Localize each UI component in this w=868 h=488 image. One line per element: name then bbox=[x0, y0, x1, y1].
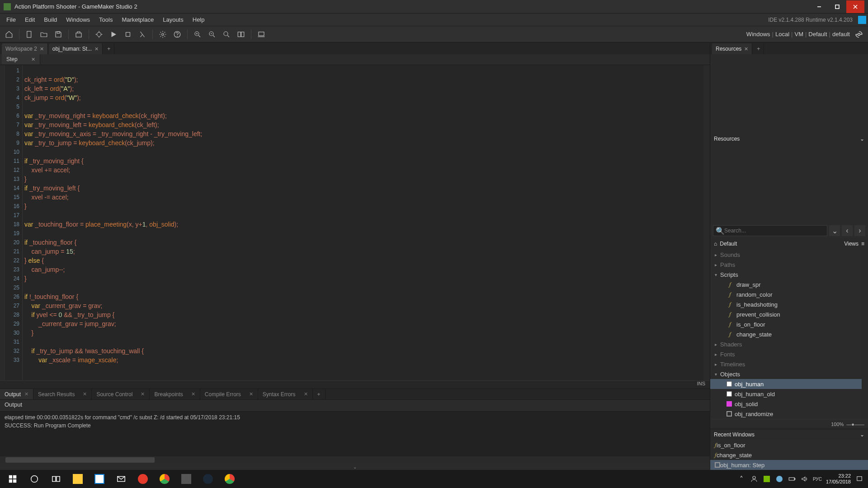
save-button[interactable] bbox=[52, 28, 65, 41]
target-selector[interactable]: Windows| Local| VM| Default| default bbox=[746, 30, 866, 39]
tree-random_color[interactable]: 𝑓random_color bbox=[710, 289, 868, 299]
help-button[interactable] bbox=[171, 28, 184, 41]
tree-objects[interactable]: ▾ Objects bbox=[710, 369, 868, 379]
minimize-button[interactable] bbox=[810, 0, 828, 13]
tree-obj_human[interactable]: obj_human bbox=[710, 379, 868, 389]
close-icon[interactable]: ✕ bbox=[24, 391, 28, 397]
zoom-out-button[interactable] bbox=[206, 28, 218, 41]
menu-help[interactable]: Help bbox=[188, 14, 209, 25]
close-icon[interactable]: ✕ bbox=[304, 391, 308, 397]
store-icon[interactable] bbox=[89, 470, 110, 488]
vertical-scrollbar[interactable] bbox=[703, 65, 710, 380]
add-panel-tab[interactable]: + bbox=[753, 43, 764, 54]
add-output-tab[interactable]: + bbox=[313, 389, 326, 399]
tree-is_headshotting[interactable]: 𝑓is_headshotting bbox=[710, 299, 868, 309]
tree-fonts[interactable]: ▸ Fonts bbox=[710, 349, 868, 359]
close-button[interactable] bbox=[846, 0, 864, 13]
add-tab-button[interactable]: + bbox=[104, 43, 114, 54]
close-icon[interactable]: ✕ bbox=[744, 46, 748, 52]
task-view-button[interactable] bbox=[45, 470, 67, 488]
create-exe-button[interactable] bbox=[72, 28, 85, 41]
zoom-reset-button[interactable] bbox=[220, 28, 233, 41]
opera-icon[interactable] bbox=[132, 470, 154, 488]
stop-button[interactable] bbox=[122, 28, 134, 41]
resource-search-input[interactable] bbox=[713, 225, 827, 236]
zoom-in-button[interactable] bbox=[191, 28, 204, 41]
output-tab-breakpoints[interactable]: Breakpoints✕ bbox=[150, 389, 200, 399]
output-tab-output[interactable]: Output✕ bbox=[0, 389, 33, 399]
tree-prevent_collision[interactable]: 𝑓prevent_collision bbox=[710, 309, 868, 319]
volume-icon[interactable] bbox=[801, 475, 809, 483]
tree-sounds[interactable]: ▸ Sounds bbox=[710, 250, 868, 260]
laptop-mode-button[interactable] bbox=[255, 28, 268, 41]
tree-scrollbar[interactable] bbox=[862, 250, 868, 419]
close-icon[interactable]: ✕ bbox=[94, 46, 99, 52]
tree-obj_human_old[interactable]: obj_human_old bbox=[710, 389, 868, 399]
menu-marketplace[interactable]: Marketplace bbox=[117, 14, 158, 25]
search-next-button[interactable]: › bbox=[854, 225, 865, 236]
close-icon[interactable]: ✕ bbox=[31, 57, 35, 62]
open-project-button[interactable] bbox=[38, 28, 50, 41]
new-project-button[interactable] bbox=[23, 28, 36, 41]
cortana-button[interactable] bbox=[24, 470, 45, 488]
weather-icon[interactable] bbox=[775, 475, 783, 483]
output-content[interactable]: elapsed time 00:00:00.0351822s for comma… bbox=[0, 411, 710, 456]
view-default-row[interactable]: ⌂Default Views≡ bbox=[710, 238, 868, 250]
nvidia-icon[interactable] bbox=[763, 475, 771, 483]
menu-file[interactable]: File bbox=[2, 14, 20, 25]
resource-tree[interactable]: ▸ Sounds▸ Paths▾ Scripts𝑓draw_spr𝑓random… bbox=[710, 250, 868, 419]
language-icon[interactable]: РУС bbox=[813, 475, 821, 483]
people-icon[interactable] bbox=[750, 475, 758, 483]
maximize-button[interactable] bbox=[828, 0, 846, 13]
code-content[interactable]: ck_right = ord("D");ck_left = ord("A");c… bbox=[23, 65, 703, 380]
recent-change_state[interactable]: 𝑓change_state bbox=[710, 450, 868, 460]
start-button[interactable] bbox=[2, 470, 24, 488]
clean-button[interactable] bbox=[136, 28, 149, 41]
chrome2-icon[interactable] bbox=[219, 470, 241, 488]
zoom-slider[interactable]: —●—— bbox=[846, 422, 864, 427]
output-tab-source-control[interactable]: Source Control✕ bbox=[92, 389, 150, 399]
clock[interactable]: 23:22 17/05/2018 bbox=[826, 473, 851, 485]
output-tab-syntax-errors[interactable]: Syntax Errors✕ bbox=[258, 389, 313, 399]
tab-step[interactable]: Step✕ bbox=[2, 54, 40, 64]
horizontal-scrollbar[interactable] bbox=[0, 456, 710, 464]
notifications-icon[interactable] bbox=[855, 475, 863, 483]
code-editor[interactable]: 1234567891011121314151617181920212223242… bbox=[0, 65, 710, 380]
tab-workspace[interactable]: Workspace 2✕ bbox=[2, 43, 48, 54]
run-button[interactable] bbox=[107, 28, 120, 41]
tree-shaders[interactable]: ▸ Shaders bbox=[710, 339, 868, 349]
menu-windows[interactable]: Windows bbox=[61, 14, 94, 25]
tree-timelines[interactable]: ▸ Timelines bbox=[710, 359, 868, 369]
tray-up-icon[interactable]: ˄ bbox=[737, 475, 745, 483]
close-icon[interactable]: ✕ bbox=[191, 391, 195, 397]
target-refresh-icon[interactable] bbox=[854, 30, 863, 39]
resources-tab[interactable]: Resources✕ bbox=[712, 43, 752, 54]
tree-draw_spr[interactable]: 𝑓draw_spr bbox=[710, 280, 868, 289]
close-icon[interactable]: ✕ bbox=[249, 391, 253, 397]
menu-tools[interactable]: Tools bbox=[94, 14, 117, 25]
menu-build[interactable]: Build bbox=[39, 14, 61, 25]
debug-button[interactable] bbox=[93, 28, 105, 41]
recent-is_on_floor[interactable]: 𝑓is_on_floor bbox=[710, 440, 868, 450]
tab-obj-human[interactable]: obj_human: St...✕ bbox=[49, 43, 103, 54]
steam-icon[interactable] bbox=[197, 470, 219, 488]
game-options-button[interactable] bbox=[156, 28, 169, 41]
menu-layouts[interactable]: Layouts bbox=[158, 14, 188, 25]
menu-edit[interactable]: Edit bbox=[20, 14, 39, 25]
close-icon[interactable]: ✕ bbox=[83, 391, 87, 397]
output-tab-search-results[interactable]: Search Results✕ bbox=[33, 389, 92, 399]
gamemaker-icon[interactable] bbox=[175, 470, 197, 488]
output-tab-compile-errors[interactable]: Compile Errors✕ bbox=[200, 389, 258, 399]
search-dropdown-button[interactable]: ⌄ bbox=[829, 225, 840, 236]
search-prev-button[interactable]: ‹ bbox=[842, 225, 853, 236]
tree-obj_solid[interactable]: obj_solid bbox=[710, 399, 868, 409]
tree-change_state[interactable]: 𝑓change_state bbox=[710, 329, 868, 339]
chevron-down-icon[interactable]: ⌄ bbox=[860, 136, 864, 142]
tree-is_on_floor[interactable]: 𝑓is_on_floor bbox=[710, 319, 868, 329]
docking-button[interactable] bbox=[235, 28, 247, 41]
tree-obj_randomize[interactable]: obj_randomize bbox=[710, 409, 868, 419]
home-button[interactable] bbox=[3, 28, 15, 41]
recent-obj_human-step[interactable]: obj_human: Step bbox=[710, 460, 868, 470]
file-explorer-icon[interactable] bbox=[67, 470, 89, 488]
mail-icon[interactable] bbox=[110, 470, 132, 488]
